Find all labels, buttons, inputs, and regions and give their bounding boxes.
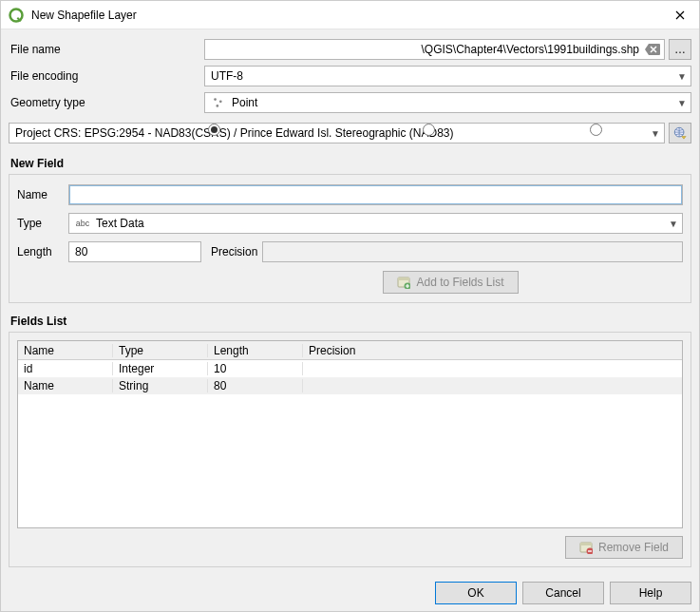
radio-icon — [208, 124, 220, 136]
crs-combo[interactable]: Project CRS: EPSG:2954 - NAD83(CSRS) / P… — [9, 123, 665, 143]
table-header: Name Type Length Precision — [18, 341, 682, 360]
cell-length: 80 — [208, 379, 303, 392]
nf-precision-input[interactable] — [262, 241, 683, 262]
svg-rect-7 — [398, 277, 409, 280]
nf-precision-label: Precision — [207, 245, 256, 258]
nf-name-label: Name — [17, 188, 63, 201]
help-button[interactable]: Help — [610, 582, 691, 604]
remove-field-icon — [579, 541, 593, 554]
new-field-title: New Field — [10, 157, 691, 170]
app-icon — [9, 8, 24, 23]
nf-type-value: Text Data — [96, 217, 663, 230]
chevron-down-icon: ▼ — [669, 219, 678, 229]
remove-field-label: Remove Field — [598, 541, 669, 554]
nf-name-input[interactable] — [68, 184, 683, 205]
text-type-icon: abc — [75, 219, 90, 228]
nf-length-label: Length — [17, 245, 63, 258]
add-to-fields-label: Add to Fields List — [416, 276, 503, 289]
cell-name: id — [18, 362, 113, 375]
browse-file-button[interactable]: … — [669, 39, 691, 60]
close-button[interactable] — [661, 1, 699, 29]
browse-label: … — [674, 43, 686, 56]
chevron-down-icon: ▼ — [677, 98, 687, 108]
cancel-button[interactable]: Cancel — [522, 582, 604, 604]
svg-point-2 — [214, 98, 217, 101]
geometry-type-combo[interactable]: Point ▼ — [204, 92, 691, 113]
svg-point-4 — [216, 105, 218, 107]
cell-length: 10 — [208, 362, 303, 375]
svg-rect-10 — [580, 543, 592, 545]
nf-length-input[interactable] — [68, 241, 201, 262]
clear-path-icon[interactable] — [645, 43, 660, 56]
radio-icon — [423, 124, 435, 136]
geometry-type-value: Point — [232, 96, 672, 109]
fields-list-group: Name Type Length Precision id Integer 10… — [9, 332, 691, 567]
add-field-icon — [397, 276, 410, 289]
table-body: id Integer 10 Name String 80 — [18, 360, 682, 527]
dialog-content: File name \QGIS\Chapter4\Vectors\1991bui… — [1, 29, 699, 575]
fields-table[interactable]: Name Type Length Precision id Integer 10… — [17, 340, 683, 528]
crs-select-button[interactable] — [669, 123, 691, 143]
file-name-input[interactable]: \QGIS\Chapter4\Vectors\1991buildings.shp — [204, 39, 665, 60]
file-name-label: File name — [9, 43, 199, 56]
add-to-fields-button[interactable]: Add to Fields List — [383, 271, 518, 294]
point-icon — [211, 95, 226, 110]
geometry-type-label: Geometry type — [9, 96, 199, 109]
file-encoding-value: UTF-8 — [211, 69, 672, 83]
nf-type-combo[interactable]: abc Text Data ▼ — [68, 213, 683, 234]
file-encoding-combo[interactable]: UTF-8 ▼ — [204, 66, 691, 86]
cell-type: String — [113, 379, 208, 392]
globe-icon — [673, 126, 687, 140]
ok-button[interactable]: OK — [435, 582, 517, 604]
file-encoding-label: File encoding — [9, 69, 199, 83]
window-title: New Shapefile Layer — [31, 9, 137, 22]
nf-type-label: Type — [17, 217, 63, 230]
th-length[interactable]: Length — [208, 344, 303, 357]
remove-field-button[interactable]: Remove Field — [565, 536, 683, 559]
titlebar: New Shapefile Layer — [1, 1, 699, 29]
cell-type: Integer — [113, 362, 208, 375]
th-precision[interactable]: Precision — [303, 344, 682, 357]
fields-list-title: Fields List — [10, 315, 691, 328]
table-row[interactable]: Name String 80 — [18, 377, 682, 394]
cell-name: Name — [18, 379, 113, 392]
radio-icon — [590, 124, 602, 136]
svg-point-3 — [219, 100, 222, 103]
dialog-button-bar: OK Cancel Help — [1, 575, 699, 611]
table-row[interactable]: id Integer 10 — [18, 360, 682, 377]
th-type[interactable]: Type — [113, 344, 208, 357]
new-field-group: Name Type abc Text Data ▼ Length Precisi… — [9, 174, 691, 303]
file-name-value: \QGIS\Chapter4\Vectors\1991buildings.shp — [211, 43, 639, 56]
chevron-down-icon: ▼ — [651, 128, 660, 139]
th-name[interactable]: Name — [18, 344, 113, 357]
chevron-down-icon: ▼ — [677, 71, 687, 82]
crs-value: Project CRS: EPSG:2954 - NAD83(CSRS) / P… — [15, 126, 645, 140]
dialog-window: New Shapefile Layer File name \QGIS\Chap… — [0, 0, 700, 612]
